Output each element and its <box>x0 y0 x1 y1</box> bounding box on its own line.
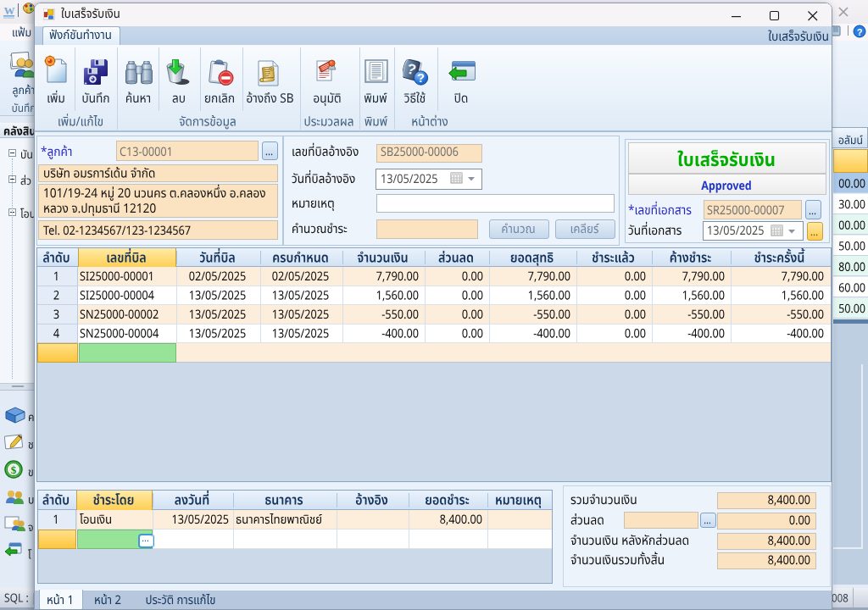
svg-text:?: ? <box>417 71 425 85</box>
svg-text:?: ? <box>857 27 863 37</box>
svg-text:W: W <box>4 4 15 17</box>
svg-text:$: $ <box>11 463 17 476</box>
